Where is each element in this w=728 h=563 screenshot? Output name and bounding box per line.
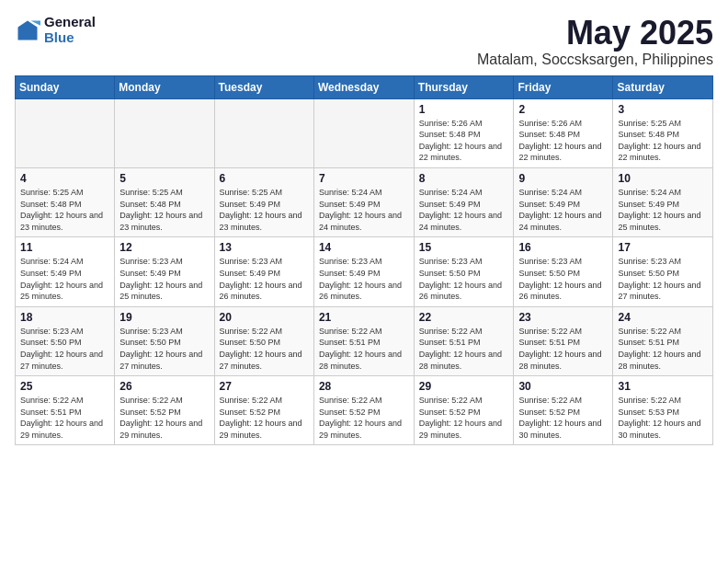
logo-text: General Blue: [44, 15, 96, 45]
day-number: 23: [518, 311, 608, 324]
logo-general-text: General: [44, 15, 96, 30]
month-title: May 2025: [477, 15, 713, 52]
calendar-cell: 2Sunrise: 5:26 AMSunset: 5:48 PMDaylight…: [514, 98, 613, 167]
calendar-header-tuesday: Tuesday: [214, 75, 313, 98]
calendar-week-4: 18Sunrise: 5:23 AMSunset: 5:50 PMDayligh…: [16, 306, 713, 375]
day-info: Sunrise: 5:22 AMSunset: 5:53 PMDaylight:…: [618, 395, 708, 441]
calendar-cell: 25Sunrise: 5:22 AMSunset: 5:51 PMDayligh…: [16, 376, 115, 445]
day-info: Sunrise: 5:23 AMSunset: 5:49 PMDaylight:…: [319, 256, 409, 302]
calendar-week-1: 1Sunrise: 5:26 AMSunset: 5:48 PMDaylight…: [16, 98, 713, 167]
day-info: Sunrise: 5:24 AMSunset: 5:49 PMDaylight:…: [20, 256, 109, 302]
day-info: Sunrise: 5:22 AMSunset: 5:51 PMDaylight:…: [618, 326, 708, 372]
calendar-cell: 24Sunrise: 5:22 AMSunset: 5:51 PMDayligh…: [613, 306, 713, 375]
day-number: 25: [20, 380, 109, 393]
calendar-cell: 23Sunrise: 5:22 AMSunset: 5:51 PMDayligh…: [514, 306, 613, 375]
calendar-cell: [313, 98, 414, 167]
day-number: 17: [618, 241, 708, 254]
day-info: Sunrise: 5:23 AMSunset: 5:50 PMDaylight:…: [518, 256, 608, 302]
day-info: Sunrise: 5:23 AMSunset: 5:50 PMDaylight:…: [419, 256, 509, 302]
day-info: Sunrise: 5:22 AMSunset: 5:52 PMDaylight:…: [220, 395, 309, 441]
calendar-cell: 4Sunrise: 5:25 AMSunset: 5:48 PMDaylight…: [16, 167, 115, 236]
day-number: 19: [119, 311, 209, 324]
calendar-cell: 15Sunrise: 5:23 AMSunset: 5:50 PMDayligh…: [414, 237, 514, 306]
logo-blue-text: Blue: [44, 30, 96, 46]
calendar-cell: 7Sunrise: 5:24 AMSunset: 5:49 PMDaylight…: [313, 167, 414, 236]
day-info: Sunrise: 5:22 AMSunset: 5:50 PMDaylight:…: [220, 326, 309, 372]
day-number: 18: [20, 311, 109, 324]
day-number: 14: [319, 241, 409, 254]
day-number: 27: [220, 380, 309, 393]
calendar-cell: 31Sunrise: 5:22 AMSunset: 5:53 PMDayligh…: [613, 376, 713, 445]
calendar-cell: 20Sunrise: 5:22 AMSunset: 5:50 PMDayligh…: [214, 306, 313, 375]
day-info: Sunrise: 5:22 AMSunset: 5:52 PMDaylight:…: [419, 395, 509, 441]
calendar-week-3: 11Sunrise: 5:24 AMSunset: 5:49 PMDayligh…: [16, 237, 713, 306]
calendar-header-saturday: Saturday: [613, 75, 713, 98]
day-number: 26: [119, 380, 209, 393]
day-number: 22: [419, 311, 509, 324]
day-number: 8: [419, 172, 509, 185]
day-info: Sunrise: 5:25 AMSunset: 5:48 PMDaylight:…: [618, 118, 708, 164]
calendar-cell: 21Sunrise: 5:22 AMSunset: 5:51 PMDayligh…: [313, 306, 414, 375]
day-number: 5: [119, 172, 209, 185]
calendar-cell: 6Sunrise: 5:25 AMSunset: 5:49 PMDaylight…: [214, 167, 313, 236]
calendar-header-row: SundayMondayTuesdayWednesdayThursdayFrid…: [16, 75, 713, 98]
calendar-week-5: 25Sunrise: 5:22 AMSunset: 5:51 PMDayligh…: [16, 376, 713, 445]
day-number: 28: [319, 380, 409, 393]
day-info: Sunrise: 5:22 AMSunset: 5:51 PMDaylight:…: [419, 326, 509, 372]
calendar-cell: [16, 98, 115, 167]
day-number: 20: [220, 311, 309, 324]
day-info: Sunrise: 5:23 AMSunset: 5:49 PMDaylight:…: [119, 256, 209, 302]
day-number: 4: [20, 172, 109, 185]
calendar-cell: 5Sunrise: 5:25 AMSunset: 5:48 PMDaylight…: [115, 167, 214, 236]
day-number: 31: [618, 380, 708, 393]
calendar-cell: 11Sunrise: 5:24 AMSunset: 5:49 PMDayligh…: [16, 237, 115, 306]
calendar-cell: 8Sunrise: 5:24 AMSunset: 5:49 PMDaylight…: [414, 167, 514, 236]
day-info: Sunrise: 5:22 AMSunset: 5:52 PMDaylight:…: [119, 395, 209, 441]
day-info: Sunrise: 5:24 AMSunset: 5:49 PMDaylight:…: [319, 187, 409, 233]
day-info: Sunrise: 5:22 AMSunset: 5:51 PMDaylight:…: [20, 395, 109, 441]
title-section: May 2025 Matalam, Soccsksargen, Philippi…: [477, 15, 713, 68]
day-info: Sunrise: 5:22 AMSunset: 5:51 PMDaylight:…: [319, 326, 409, 372]
day-number: 30: [518, 380, 608, 393]
day-info: Sunrise: 5:24 AMSunset: 5:49 PMDaylight:…: [618, 187, 708, 233]
day-info: Sunrise: 5:22 AMSunset: 5:51 PMDaylight:…: [518, 326, 608, 372]
day-number: 11: [20, 241, 109, 254]
day-number: 2: [518, 103, 608, 116]
calendar-cell: 22Sunrise: 5:22 AMSunset: 5:51 PMDayligh…: [414, 306, 514, 375]
day-number: 12: [119, 241, 209, 254]
day-number: 13: [220, 241, 309, 254]
day-number: 29: [419, 380, 509, 393]
calendar-cell: 3Sunrise: 5:25 AMSunset: 5:48 PMDaylight…: [613, 98, 713, 167]
calendar-cell: 16Sunrise: 5:23 AMSunset: 5:50 PMDayligh…: [514, 237, 613, 306]
page-header: General Blue May 2025 Matalam, Soccsksar…: [15, 15, 713, 68]
calendar-cell: 29Sunrise: 5:22 AMSunset: 5:52 PMDayligh…: [414, 376, 514, 445]
day-info: Sunrise: 5:23 AMSunset: 5:50 PMDaylight:…: [20, 326, 109, 372]
calendar-cell: 1Sunrise: 5:26 AMSunset: 5:48 PMDaylight…: [414, 98, 514, 167]
day-info: Sunrise: 5:24 AMSunset: 5:49 PMDaylight:…: [518, 187, 608, 233]
day-info: Sunrise: 5:23 AMSunset: 5:50 PMDaylight:…: [618, 256, 708, 302]
day-info: Sunrise: 5:22 AMSunset: 5:52 PMDaylight:…: [518, 395, 608, 441]
day-info: Sunrise: 5:23 AMSunset: 5:49 PMDaylight:…: [220, 256, 309, 302]
calendar-cell: 10Sunrise: 5:24 AMSunset: 5:49 PMDayligh…: [613, 167, 713, 236]
calendar-cell: 14Sunrise: 5:23 AMSunset: 5:49 PMDayligh…: [313, 237, 414, 306]
calendar-cell: [214, 98, 313, 167]
calendar-week-2: 4Sunrise: 5:25 AMSunset: 5:48 PMDaylight…: [16, 167, 713, 236]
calendar-cell: 9Sunrise: 5:24 AMSunset: 5:49 PMDaylight…: [514, 167, 613, 236]
calendar-cell: 28Sunrise: 5:22 AMSunset: 5:52 PMDayligh…: [313, 376, 414, 445]
day-info: Sunrise: 5:24 AMSunset: 5:49 PMDaylight:…: [419, 187, 509, 233]
day-number: 16: [518, 241, 608, 254]
day-number: 9: [518, 172, 608, 185]
calendar-cell: 12Sunrise: 5:23 AMSunset: 5:49 PMDayligh…: [115, 237, 214, 306]
day-info: Sunrise: 5:25 AMSunset: 5:48 PMDaylight:…: [119, 187, 209, 233]
svg-marker-0: [18, 20, 38, 40]
location-title: Matalam, Soccsksargen, Philippines: [477, 52, 713, 68]
day-number: 6: [220, 172, 309, 185]
calendar-header-sunday: Sunday: [16, 75, 115, 98]
day-number: 15: [419, 241, 509, 254]
logo-icon: [15, 17, 40, 43]
day-info: Sunrise: 5:23 AMSunset: 5:50 PMDaylight:…: [119, 326, 209, 372]
calendar-header-thursday: Thursday: [414, 75, 514, 98]
day-number: 24: [618, 311, 708, 324]
day-number: 21: [319, 311, 409, 324]
calendar-cell: 13Sunrise: 5:23 AMSunset: 5:49 PMDayligh…: [214, 237, 313, 306]
